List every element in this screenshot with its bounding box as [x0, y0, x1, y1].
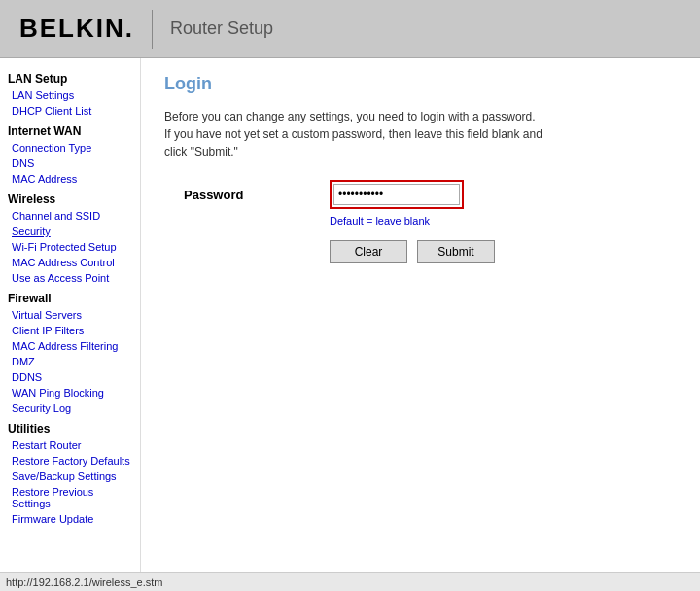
sidebar-item-dhcp-client-list[interactable]: DHCP Client List	[0, 103, 140, 119]
sidebar-section-wireless: Wireless	[0, 187, 140, 208]
header-divider	[152, 10, 153, 49]
sidebar-item-restore-previous-settings[interactable]: Restore Previous Settings	[0, 484, 140, 511]
password-input[interactable]	[333, 184, 460, 205]
sidebar-section-utilities: Utilities	[0, 416, 140, 437]
sidebar-item-ddns[interactable]: DDNS	[0, 369, 140, 385]
sidebar-item-connection-type[interactable]: Connection Type	[0, 140, 140, 156]
sidebar-item-virtual-servers[interactable]: Virtual Servers	[0, 307, 140, 323]
page-title: Login	[164, 74, 677, 94]
sidebar-item-restore-factory-defaults[interactable]: Restore Factory Defaults	[0, 453, 140, 469]
sidebar-item-mac-address[interactable]: MAC Address	[0, 171, 140, 187]
password-label: Password	[184, 188, 330, 202]
default-hint: Default = leave blank	[330, 215, 677, 226]
layout: LAN SetupLAN SettingsDHCP Client ListInt…	[0, 58, 700, 572]
logo: BELKIN.	[19, 14, 134, 44]
sidebar-item-wan-ping-blocking[interactable]: WAN Ping Blocking	[0, 385, 140, 400]
sidebar-item-channel-ssid[interactable]: Channel and SSID	[0, 208, 140, 224]
desc-line1: Before you can change any settings, you …	[164, 110, 536, 123]
desc-line2: If you have not yet set a custom passwor…	[164, 127, 542, 141]
sidebar-item-security-log[interactable]: Security Log	[0, 400, 140, 416]
sidebar-section-firewall: Firewall	[0, 286, 140, 307]
statusbar-url: http://192.168.2.1/wireless_e.stm	[6, 576, 162, 588]
sidebar-item-wifi-protected-setup[interactable]: Wi-Fi Protected Setup	[0, 239, 140, 255]
sidebar-item-lan-settings[interactable]: LAN Settings	[0, 87, 140, 103]
sidebar-item-dns[interactable]: DNS	[0, 156, 140, 171]
clear-button[interactable]: Clear	[330, 240, 407, 263]
desc-line3: click "Submit."	[164, 145, 238, 158]
header: BELKIN. Router Setup	[0, 0, 700, 58]
sidebar-section-internet-wan: Internet WAN	[0, 119, 140, 140]
sidebar-item-mac-address-filtering[interactable]: MAC Address Filtering	[0, 338, 140, 354]
statusbar: http://192.168.2.1/wireless_e.stm	[0, 572, 700, 591]
sidebar-item-restart-router[interactable]: Restart Router	[0, 437, 140, 453]
sidebar-item-dmz[interactable]: DMZ	[0, 354, 140, 369]
password-input-wrapper	[330, 180, 464, 209]
sidebar: LAN SetupLAN SettingsDHCP Client ListInt…	[0, 58, 141, 572]
header-title: Router Setup	[170, 18, 273, 39]
login-form: Password Default = leave blank Clear Sub…	[184, 180, 677, 263]
sidebar-item-mac-address-control[interactable]: MAC Address Control	[0, 255, 140, 270]
button-row: Clear Submit	[330, 240, 677, 263]
submit-button[interactable]: Submit	[417, 240, 495, 263]
sidebar-item-firmware-update[interactable]: Firmware Update	[0, 511, 140, 527]
main-content: Login Before you can change any settings…	[141, 58, 700, 572]
sidebar-item-security[interactable]: Security	[0, 224, 140, 239]
sidebar-item-use-as-access-point[interactable]: Use as Access Point	[0, 270, 140, 286]
sidebar-item-save-backup-settings[interactable]: Save/Backup Settings	[0, 469, 140, 484]
sidebar-item-client-ip-filters[interactable]: Client IP Filters	[0, 323, 140, 338]
sidebar-section-lan-setup: LAN Setup	[0, 66, 140, 87]
description-text: Before you can change any settings, you …	[164, 108, 602, 160]
password-row: Password	[184, 180, 677, 209]
